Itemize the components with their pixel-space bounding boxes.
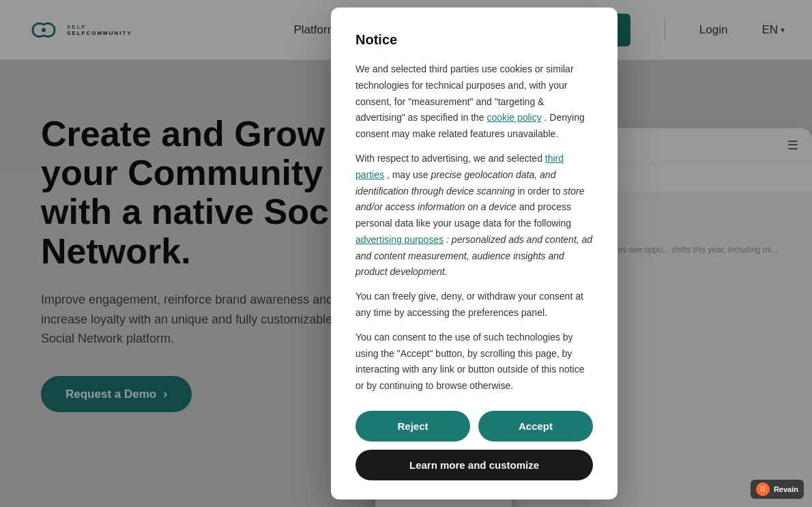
customize-button[interactable]: Learn more and customize <box>356 450 593 480</box>
revain-icon: R <box>756 482 770 496</box>
notice-modal: Notice We and selected third parties use… <box>331 8 618 499</box>
modal-overlay[interactable]: Notice We and selected third parties use… <box>0 0 812 507</box>
notice-body: We and selected third parties use cookie… <box>356 61 593 394</box>
revain-badge: R Revain <box>751 480 804 499</box>
advertising-purposes-link[interactable]: advertising purposes <box>356 234 444 245</box>
reject-button[interactable]: Reject <box>356 411 470 441</box>
revain-label: Revain <box>774 485 798 493</box>
notice-title: Notice <box>356 32 593 48</box>
cookie-policy-link[interactable]: cookie policy <box>487 112 542 123</box>
accept-button[interactable]: Accept <box>478 411 593 441</box>
notice-actions: Reject Accept Learn more and customize <box>356 411 593 480</box>
notice-primary-buttons: Reject Accept <box>356 411 593 441</box>
